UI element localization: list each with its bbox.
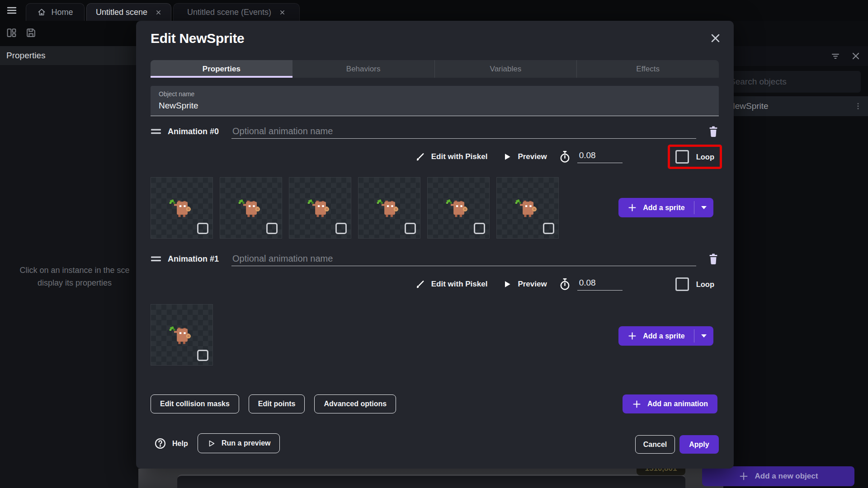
frame-select-checkbox[interactable] <box>543 223 554 234</box>
animation-name-input[interactable] <box>231 252 696 266</box>
tab-untitled-scene[interactable]: Untitled scene <box>86 3 171 21</box>
sprite-frame-thumbnail[interactable] <box>151 177 213 239</box>
chevron-down-icon <box>701 206 707 210</box>
animation-0-frames <box>151 177 559 239</box>
time-between-frames-input[interactable] <box>577 278 623 291</box>
play-icon <box>503 279 512 289</box>
object-name-label: NewSprite <box>723 101 854 111</box>
objects-panel-header <box>723 46 868 66</box>
close-panel-icon[interactable] <box>851 51 861 61</box>
search-objects-box <box>723 71 861 93</box>
sprite-frame-thumbnail[interactable] <box>151 304 213 366</box>
frame-select-checkbox[interactable] <box>474 223 485 234</box>
plus-icon <box>632 399 642 409</box>
tab-label: Untitled scene <box>96 8 147 17</box>
add-sprite-button[interactable]: Add a sprite <box>618 198 713 217</box>
close-tab-icon[interactable] <box>279 9 286 16</box>
tab-home[interactable]: Home <box>26 3 85 21</box>
object-name-field-value: NewSprite <box>159 101 711 111</box>
loop-highlight: Loop <box>668 145 722 169</box>
time-between-frames-input[interactable] <box>577 150 623 163</box>
preview-button[interactable]: Preview <box>503 152 547 162</box>
sprite-frame-thumbnail[interactable] <box>358 177 420 239</box>
properties-panel: Click on an instance in the sce display … <box>0 65 138 488</box>
sprite-tools: Edit collision masks Edit points Advance… <box>151 394 396 413</box>
drag-handle-icon[interactable] <box>151 256 161 262</box>
animation-name-input[interactable] <box>231 124 696 139</box>
loop-control: Loop <box>668 272 722 296</box>
object-list-item-newsprite[interactable]: NewSprite <box>723 96 868 116</box>
search-objects-input[interactable] <box>723 71 861 93</box>
object-name-field[interactable]: Object name NewSprite <box>151 86 719 116</box>
animation-label: Animation #0 <box>168 127 219 136</box>
top-bar: Home Untitled scene Untitled scene (Even… <box>0 0 868 21</box>
play-icon <box>503 152 512 162</box>
hamburger-menu-icon[interactable] <box>6 5 18 16</box>
dialog-close-icon[interactable] <box>710 33 721 44</box>
plus-icon <box>627 331 637 341</box>
tab-variables[interactable]: Variables <box>435 60 577 78</box>
close-tab-icon[interactable] <box>155 9 162 16</box>
run-a-preview-button[interactable]: Run a preview <box>198 433 280 453</box>
loop-label: Loop <box>696 153 714 161</box>
cancel-button[interactable]: Cancel <box>635 435 675 454</box>
animation-1-frames <box>151 304 213 366</box>
add-sprite-button[interactable]: Add a sprite <box>618 326 713 346</box>
edit-with-piskel-button[interactable]: Edit with Piskel <box>415 279 488 290</box>
frame-select-checkbox[interactable] <box>405 223 416 234</box>
project-manager-icon[interactable] <box>6 27 17 38</box>
edit-points-button[interactable]: Edit points <box>249 394 305 413</box>
pig-sprite-image <box>376 195 402 221</box>
save-icon[interactable] <box>25 27 37 38</box>
home-icon <box>37 8 46 17</box>
sprite-frame-thumbnail[interactable] <box>289 177 351 239</box>
pig-sprite-image <box>238 195 264 221</box>
loop-checkbox[interactable] <box>675 150 689 164</box>
tab-effects[interactable]: Effects <box>577 60 719 78</box>
frame-select-checkbox[interactable] <box>197 350 208 361</box>
objects-panel: NewSprite <box>723 21 868 488</box>
kebab-menu-icon[interactable] <box>854 101 868 111</box>
filter-icon[interactable] <box>830 51 841 61</box>
pig-sprite-image <box>169 322 195 348</box>
frame-select-checkbox[interactable] <box>266 223 278 234</box>
scene-toolbar-left <box>6 27 37 38</box>
loop-label: Loop <box>696 280 714 289</box>
pig-sprite-image <box>169 195 195 221</box>
animation-0-header: Animation #0 <box>151 124 719 139</box>
add-an-animation-button[interactable]: Add an animation <box>623 394 717 413</box>
sprite-frame-thumbnail[interactable] <box>496 177 559 239</box>
add-sprite-dropdown[interactable] <box>694 326 713 346</box>
edit-collision-masks-button[interactable]: Edit collision masks <box>151 394 239 413</box>
tab-untitled-scene-events[interactable]: Untitled scene (Events) <box>173 3 300 21</box>
scene-bottom-panel <box>177 474 685 488</box>
sprite-frame-thumbnail[interactable] <box>427 177 490 239</box>
gdevelop-app: Home Untitled scene Untitled scene (Even… <box>0 0 868 488</box>
drag-handle-icon[interactable] <box>151 128 161 135</box>
animation-1-controls: Edit with Piskel Preview Loop <box>151 271 722 297</box>
frame-select-checkbox[interactable] <box>335 223 347 234</box>
brush-icon <box>415 279 425 290</box>
properties-panel-title: Properties <box>6 51 46 61</box>
add-new-object-button[interactable]: Add a new object <box>702 466 854 486</box>
plus-icon <box>627 203 637 212</box>
edit-with-piskel-button[interactable]: Edit with Piskel <box>415 152 488 162</box>
animation-label: Animation #1 <box>168 254 219 264</box>
apply-button[interactable]: Apply <box>679 435 719 454</box>
pig-sprite-image <box>514 195 541 221</box>
advanced-options-button[interactable]: Advanced options <box>314 394 396 413</box>
stopwatch-icon <box>559 278 571 291</box>
tab-label: Untitled scene (Events) <box>187 8 271 17</box>
sprite-frame-thumbnail[interactable] <box>220 177 282 239</box>
tab-properties[interactable]: Properties <box>151 60 292 78</box>
help-button[interactable]: Help <box>154 437 188 450</box>
add-sprite-dropdown[interactable] <box>694 198 713 217</box>
delete-animation-icon[interactable] <box>708 253 719 265</box>
dialog-title: Edit NewSprite <box>151 31 245 46</box>
delete-animation-icon[interactable] <box>708 126 719 137</box>
frame-select-checkbox[interactable] <box>197 223 208 234</box>
preview-button[interactable]: Preview <box>503 279 547 289</box>
tab-label: Home <box>51 8 73 17</box>
tab-behaviors[interactable]: Behaviors <box>292 60 435 78</box>
loop-checkbox[interactable] <box>675 277 689 291</box>
